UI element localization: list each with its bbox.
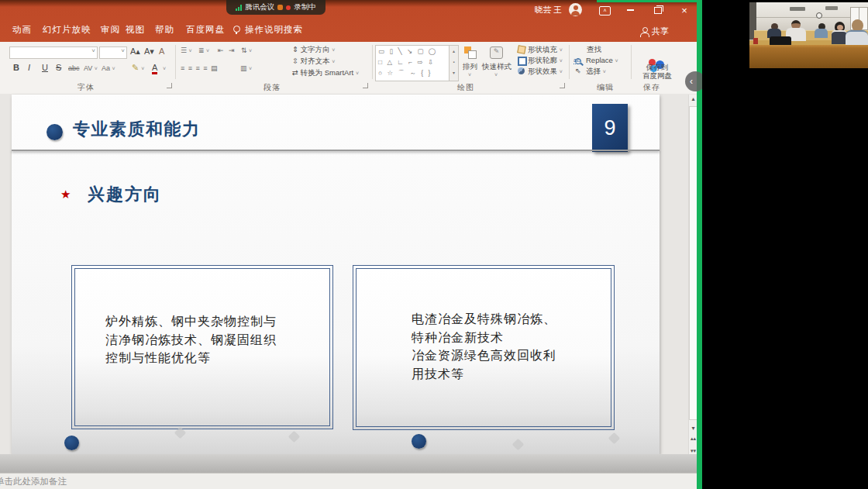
notes-pane[interactable]: 单击此处添加备注 xyxy=(0,473,697,489)
slide-canvas[interactable]: 专业素质和能力 9 ★ 兴趣方向 炉外精炼、钢中夹杂物控制与 洁净钢冶炼技术、钢… xyxy=(12,95,660,454)
select-button[interactable]: 选择 ˅ xyxy=(586,67,606,77)
font-name-combo[interactable] xyxy=(9,46,98,59)
strikethrough-button[interactable]: S xyxy=(56,63,61,72)
tab-review[interactable]: 审阅 xyxy=(101,24,120,36)
sparkle-decoration xyxy=(512,439,525,451)
drawing-group-label: 绘图 xyxy=(457,82,474,93)
clear-format-button[interactable]: A xyxy=(159,46,164,56)
underline-button[interactable]: U xyxy=(42,63,48,72)
change-case-button[interactable]: Aa ˅ xyxy=(102,64,115,72)
numbering-button[interactable]: ≣ ˅ xyxy=(198,46,209,54)
restore-button[interactable] xyxy=(648,0,668,20)
increase-indent-button[interactable]: ⇥ xyxy=(229,46,235,54)
grow-font-button[interactable]: A▴ xyxy=(130,46,140,57)
content-box-right[interactable]: 电渣冶金及特殊钢冶炼、 特种冶金新技术 冶金资源绿色高效回收利 用技术等 xyxy=(353,265,615,430)
content-box-left-text: 炉外精炼、钢中夹杂物控制与 洁净钢冶炼技术、钢凝固组织 控制与性能优化等 xyxy=(105,312,277,367)
line-spacing-button[interactable]: ⇅ ˅ xyxy=(241,46,252,54)
tab-tell-me-search[interactable]: 操作说明搜索 xyxy=(245,24,303,36)
shapes-row-2: □ △ ∟ ⌐ ⇨ ⇩ xyxy=(376,57,449,67)
ceiling-vent xyxy=(825,6,838,10)
font-color-button[interactable]: A xyxy=(152,63,157,74)
alignment-buttons[interactable]: ≡ ≡ ≡ ≡ ▤ xyxy=(181,64,219,72)
bottom-dot-right xyxy=(412,434,426,449)
share-person-icon xyxy=(640,27,648,36)
close-button[interactable]: × xyxy=(674,0,694,20)
shapes-gallery[interactable]: ▭ ▯ ╲ ↘ ▢ ◯ □ △ ∟ ⌐ ⇨ ⇩ ○ ☆ ⌒ ～ { } xyxy=(375,45,450,81)
font-dialog-launcher[interactable] xyxy=(167,83,172,88)
sidebar-collapse-button[interactable]: ‹ xyxy=(685,71,702,91)
replace-button[interactable]: Replace ˅ xyxy=(586,56,618,64)
star-bullet-icon: ★ xyxy=(60,188,71,201)
slide-workspace: 专业素质和能力 9 ★ 兴趣方向 炉外精炼、钢中夹杂物控制与 洁净钢冶炼技术、钢… xyxy=(0,94,697,473)
find-button[interactable]: 查找 xyxy=(587,45,601,55)
shrink-font-button[interactable]: A▾ xyxy=(144,46,154,57)
arrange-button[interactable]: 排列 xyxy=(463,62,477,72)
recording-dot-icon xyxy=(286,5,291,10)
tab-baidu-netdisk[interactable]: 百度网盘 xyxy=(186,24,225,36)
tab-view[interactable]: 视图 xyxy=(126,24,145,36)
shape-effects-icon xyxy=(518,67,525,74)
quick-styles-icon: ✎ xyxy=(490,46,503,59)
person-3-body xyxy=(815,29,828,38)
bullets-button[interactable]: ☰ ˅ xyxy=(181,46,192,54)
arrange-icon xyxy=(464,46,477,59)
shape-effects-button[interactable]: 形状效果 ˅ xyxy=(528,67,563,77)
italic-button[interactable]: I xyxy=(28,63,30,72)
shape-fill-button[interactable]: 形状填充 ˅ xyxy=(528,45,563,55)
shapes-gallery-scroll[interactable]: ▴▪▾ xyxy=(449,45,459,81)
character-spacing-button[interactable]: AV ˅ xyxy=(84,64,98,72)
network-signal-icon xyxy=(236,5,242,11)
quick-styles-caret[interactable]: ˅ xyxy=(494,72,498,77)
shape-outline-icon xyxy=(518,57,527,66)
page-number-badge: 9 xyxy=(592,104,628,152)
text-direction-button[interactable]: ⇕ 文字方向 ˅ xyxy=(292,45,335,55)
content-box-left[interactable]: 炉外精炼、钢中夹杂物控制与 洁净钢冶炼技术、钢凝固组织 控制与性能优化等 xyxy=(71,265,333,429)
arrange-caret[interactable]: ˅ xyxy=(468,72,471,77)
share-border-top xyxy=(597,0,697,2)
font-color-caret[interactable]: ˅ xyxy=(163,66,166,71)
smartart-convert-button[interactable]: ⇄ 转换为 SmartArt ˅ xyxy=(292,68,359,78)
slide-subtitle[interactable]: 兴趣方向 xyxy=(88,183,162,206)
tab-help[interactable]: 帮助 xyxy=(155,24,174,36)
strikethrough-abc-button[interactable]: abc xyxy=(68,64,80,72)
minimize-button[interactable] xyxy=(620,0,640,20)
title-divider xyxy=(12,150,660,151)
decrease-indent-button[interactable]: ⇤ xyxy=(218,46,224,54)
powerpoint-mini-icon xyxy=(277,5,283,10)
wall-clock xyxy=(816,12,822,19)
slide-title[interactable]: 专业素质和能力 xyxy=(73,118,201,141)
shapes-row-3: ○ ☆ ⌒ ～ { } xyxy=(376,67,449,78)
bold-button[interactable]: B xyxy=(13,63,19,72)
group-separator xyxy=(631,45,632,79)
content-box-right-text: 电渣冶金及特殊钢冶炼、 特种冶金新技术 冶金资源绿色高效回收利 用技术等 xyxy=(412,310,556,383)
foreground-table xyxy=(749,45,868,68)
group-separator xyxy=(372,45,373,79)
workspace-apron xyxy=(0,454,697,473)
group-separator xyxy=(175,45,176,79)
drawing-dialog-launcher[interactable] xyxy=(560,83,565,88)
font-group-label: 字体 xyxy=(78,82,95,93)
avatar[interactable] xyxy=(569,3,582,16)
person-4-face xyxy=(837,25,843,30)
notes-placeholder: 单击此处添加备注 xyxy=(0,476,67,487)
camera-video-thumbnail[interactable] xyxy=(749,2,868,68)
quick-styles-button[interactable]: 快速样式 xyxy=(482,62,512,72)
tab-animation[interactable]: 动画 xyxy=(12,24,32,36)
shared-screen-region: 动画 幻灯片放映 审阅 视图 帮助 百度网盘 操作说明搜索 腾讯会议 录制中 晓… xyxy=(0,0,702,489)
save-to-baidu-button[interactable]: 保存到 百度网盘 xyxy=(634,63,680,80)
ribbon-display-options-icon[interactable]: ˄ xyxy=(599,6,611,15)
red-object xyxy=(753,38,758,44)
meeting-status-pill[interactable]: 腾讯会议 录制中 xyxy=(226,0,326,15)
recording-label: 录制中 xyxy=(294,2,316,12)
highlight-pen-button[interactable]: ✎ ˅ xyxy=(132,63,144,73)
shape-outline-button[interactable]: 形状轮廓 ˅ xyxy=(528,56,563,66)
share-button[interactable]: 共享 xyxy=(640,26,669,37)
person-4-body xyxy=(832,30,847,44)
paragraph-dialog-launcher[interactable] xyxy=(363,83,368,88)
shapes-row-1: ▭ ▯ ╲ ↘ ▢ ◯ xyxy=(376,46,449,57)
font-size-combo[interactable] xyxy=(99,46,127,59)
paragraph-group-label: 段落 xyxy=(264,82,281,93)
columns-button[interactable]: ▥ ˅ xyxy=(240,64,252,72)
align-text-button[interactable]: ⇳ 对齐文本 ˅ xyxy=(292,57,335,67)
tab-slideshow[interactable]: 幻灯片放映 xyxy=(43,24,91,36)
